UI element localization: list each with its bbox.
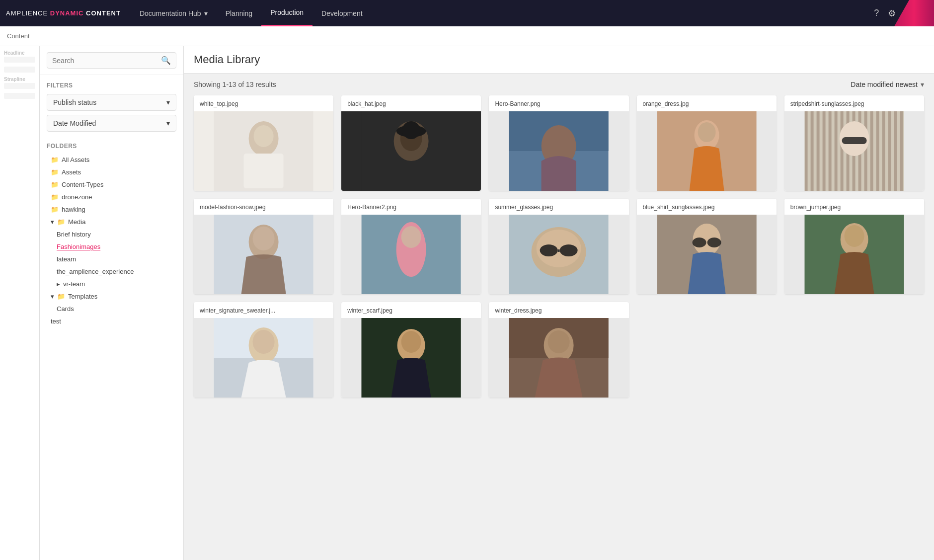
nav-item-label: Development	[321, 9, 363, 17]
folder-item-templates[interactable]: ▾ 📁 Templates	[47, 290, 176, 303]
collapse-icon: ▾	[51, 218, 54, 226]
svg-rect-2	[244, 154, 284, 188]
folder-item-media[interactable]: ▾ 📁 Media	[47, 216, 176, 228]
folder-label: Media	[68, 218, 85, 226]
folder-label: vr-team	[63, 280, 85, 288]
chevron-down-icon: ▾	[166, 98, 170, 106]
left-panel-strapline-value	[4, 83, 35, 89]
nav-item-label: Production	[270, 8, 304, 16]
media-grid: white_top.jpeg black_hat.jpeg	[184, 95, 934, 407]
media-card[interactable]: summer_glasses.jpeg	[489, 199, 628, 294]
nav-item-label: Documentation Hub	[140, 9, 201, 17]
svg-point-14	[698, 122, 715, 142]
folder-label: Fashionimages	[57, 243, 100, 250]
left-panel-headline-value	[4, 57, 35, 63]
search-icon: 🔍	[161, 56, 171, 65]
main-content: Media Library Showing 1-13 of 13 results…	[184, 46, 934, 560]
media-card-title: blue_shirt_sunglasses.jpeg	[637, 199, 777, 215]
svg-point-31	[560, 244, 578, 256]
brand-amplience: AMPLIENCE	[6, 9, 48, 17]
expand-icon: ▸	[57, 280, 60, 288]
folder-label: test	[51, 318, 61, 325]
folder-item-amplience-experience[interactable]: the_amplience_experience	[47, 265, 176, 278]
folder-item-test[interactable]: test	[47, 315, 176, 327]
left-panel-main-value	[4, 67, 35, 73]
nav-items: Documentation Hub ▾ Planning Production …	[131, 0, 874, 26]
search-box[interactable]: 🔍	[47, 52, 176, 69]
folder-item-all-assets[interactable]: 📁 All Assets	[47, 154, 176, 166]
media-card[interactable]: Hero-Banner.png	[489, 95, 628, 191]
media-card[interactable]: black_hat.jpeg	[341, 95, 481, 191]
media-card-title: stripedshirt-sunglasses.jpeg	[784, 95, 924, 111]
media-card-title: winter_scarf.jpeg	[341, 302, 481, 318]
sidebar-folders: Folders 📁 All Assets 📁 Assets 📁 Content-…	[40, 136, 183, 327]
left-panel-row: Headline	[4, 50, 35, 63]
help-icon[interactable]: ?	[874, 8, 879, 18]
media-card-title: black_hat.jpeg	[341, 95, 481, 111]
media-card[interactable]: winter_dress.jpeg	[489, 302, 628, 398]
folder-label: hawking	[62, 206, 85, 213]
page-title: Media Library	[194, 53, 260, 66]
svg-point-26	[401, 226, 421, 248]
media-card-title: winter_signature_sweater.j...	[194, 302, 333, 318]
folder-item-dronezone[interactable]: 📁 dronezone	[47, 191, 176, 203]
left-panel-strapline-label: Strapline	[4, 77, 35, 82]
media-card-title: Hero-Banner.png	[489, 95, 628, 111]
media-card[interactable]: brown_jumper.jpeg	[784, 199, 924, 294]
svg-point-37	[707, 238, 721, 247]
folder-icon: 📁	[57, 218, 65, 226]
folder-item-hawking[interactable]: 📁 hawking	[47, 203, 176, 216]
content-bar-label: Content	[7, 32, 30, 40]
media-card[interactable]: stripedshirt-sunglasses.jpeg	[784, 95, 924, 191]
folder-item-lateam[interactable]: lateam	[47, 253, 176, 265]
media-card[interactable]: orange_dress.jpg	[637, 95, 777, 191]
chevron-down-icon: ▾	[166, 119, 170, 127]
media-card[interactable]: model-fashion-snow.jpeg	[194, 199, 333, 294]
media-card-image	[341, 318, 481, 398]
svg-point-8	[402, 121, 420, 139]
media-card[interactable]: blue_shirt_sunglasses.jpeg	[637, 199, 777, 294]
svg-point-53	[548, 330, 570, 353]
left-panel-row: Strapline	[4, 77, 35, 89]
sidebar: 🔍 Filters Publish status ▾ Date Modified…	[40, 46, 184, 560]
content-bar: Content	[0, 26, 934, 46]
media-card[interactable]: Hero-Banner2.png	[341, 199, 481, 294]
media-card-image	[194, 318, 333, 398]
nav-item-planning[interactable]: Planning	[217, 0, 262, 26]
nav-item-development[interactable]: Development	[312, 0, 372, 26]
media-card[interactable]: winter_scarf.jpeg	[341, 302, 481, 398]
media-card-image	[489, 318, 628, 398]
settings-icon[interactable]: ⚙	[888, 8, 896, 19]
date-modified-filter[interactable]: Date Modified ▾	[47, 115, 176, 132]
svg-rect-20	[842, 137, 866, 144]
media-card[interactable]: white_top.jpeg	[194, 95, 333, 191]
folder-item-vr-team[interactable]: ▸ vr-team	[47, 278, 176, 290]
search-input[interactable]	[52, 57, 161, 65]
svg-point-41	[844, 225, 864, 247]
nav-item-production[interactable]: Production	[261, 0, 312, 26]
folder-item-brief-history[interactable]: Brief history	[47, 228, 176, 240]
folder-item-fashionimages[interactable]: Fashionimages	[47, 240, 176, 253]
folder-item-assets[interactable]: 📁 Assets	[47, 166, 176, 178]
publish-status-label: Publish status	[53, 98, 96, 106]
folder-label: All Assets	[62, 156, 89, 163]
folder-icon: 📁	[51, 168, 59, 176]
publish-status-filter[interactable]: Publish status ▾	[47, 94, 176, 111]
svg-point-30	[540, 244, 558, 256]
collapse-icon: ▾	[51, 293, 54, 300]
nav-item-documentation-hub[interactable]: Documentation Hub ▾	[131, 0, 217, 26]
folder-icon: 📁	[51, 181, 59, 188]
folder-item-cards[interactable]: Cards	[47, 303, 176, 315]
folder-label: Assets	[62, 168, 81, 176]
folder-label: Brief history	[57, 231, 91, 238]
media-card[interactable]: winter_signature_sweater.j...	[194, 302, 333, 398]
folder-item-content-types[interactable]: 📁 Content-Types	[47, 178, 176, 191]
results-count: Showing 1-13 of 13 results	[194, 80, 276, 88]
sort-dropdown[interactable]: Date modified newest ▾	[851, 80, 924, 88]
brand-logo: AMPLIENCE DYNAMIC CONTENT	[6, 9, 121, 17]
left-panel-sub-value	[4, 93, 35, 99]
top-navigation: AMPLIENCE DYNAMIC CONTENT Documentation …	[0, 0, 934, 26]
media-card-image	[784, 215, 924, 294]
media-card-image	[341, 111, 481, 191]
media-card-title: summer_glasses.jpeg	[489, 199, 628, 215]
